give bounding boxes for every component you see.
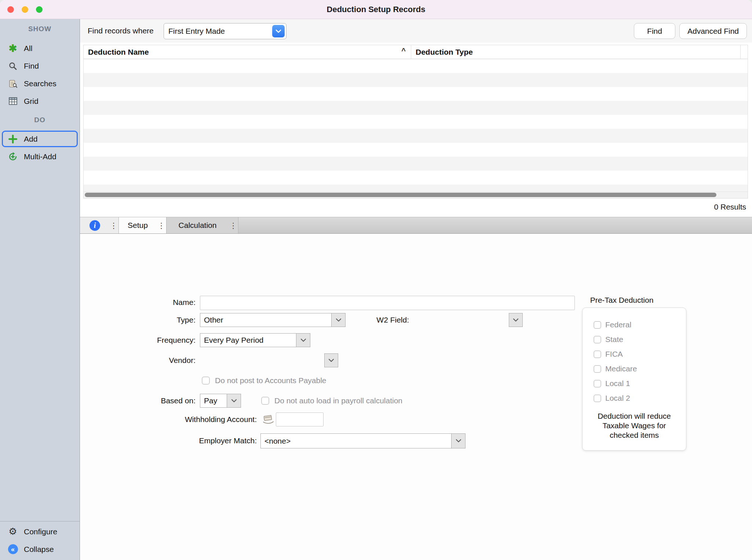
chevron-down-icon: [227, 394, 241, 407]
horizontal-scrollbar-thumb[interactable]: [85, 193, 716, 197]
frequency-dropdown[interactable]: Every Pay Period: [200, 333, 310, 347]
federal-checkbox[interactable]: [594, 321, 601, 329]
app-window: Deduction Setup Records SHOW ✱ All Find …: [0, 0, 752, 560]
pretax-option-label: Local 1: [605, 379, 630, 388]
results-count: 0 Results: [714, 203, 746, 211]
sidebar-item-configure[interactable]: ⚙ Configure: [2, 523, 78, 540]
type-dropdown-value: Other: [200, 313, 331, 327]
column-header-deduction-name[interactable]: Deduction Name ^: [84, 45, 411, 59]
tab-calculation[interactable]: Calculation ⋮: [167, 217, 238, 233]
minimize-window-button[interactable]: [22, 6, 28, 13]
find-field-dropdown[interactable]: First Entry Made: [164, 23, 286, 39]
pretax-option-medicare: Medicare: [583, 361, 686, 376]
pretax-note: Deduction will reduce Taxable Wages for …: [583, 411, 686, 440]
frequency-label: Frequency:: [104, 335, 196, 345]
sidebar-footer: ⚙ Configure « Collapse: [0, 521, 80, 559]
tab-label: Calculation: [167, 221, 229, 230]
sidebar-item-add[interactable]: Add: [2, 131, 78, 147]
sidebar-item-all[interactable]: ✱ All: [2, 40, 78, 57]
sidebar-item-label: Configure: [24, 527, 57, 536]
sidebar: SHOW ✱ All Find Searches Grid DO: [0, 19, 80, 560]
vendor-dropdown[interactable]: [324, 353, 338, 367]
local-2-checkbox[interactable]: [594, 394, 601, 402]
sidebar-item-label: Add: [24, 135, 37, 143]
zoom-window-button[interactable]: [36, 6, 43, 13]
sidebar-do-header: DO: [0, 110, 80, 130]
name-input[interactable]: [200, 296, 575, 310]
sidebar-item-label: Collapse: [24, 545, 54, 554]
pretax-option-label: Local 2: [605, 394, 630, 403]
employer-match-dropdown-value: <none>: [261, 434, 451, 448]
sidebar-item-find[interactable]: Find: [2, 58, 78, 74]
pretax-option-state: State: [583, 332, 686, 347]
based-on-label: Based on:: [104, 396, 196, 406]
medicare-checkbox[interactable]: [594, 365, 601, 373]
tab-setup[interactable]: Setup ⋮: [119, 217, 167, 233]
table-row: [84, 73, 748, 87]
advanced-find-button[interactable]: Advanced Find: [679, 23, 747, 39]
table-row: [84, 101, 748, 115]
sidebar-item-grid[interactable]: Grid: [2, 93, 78, 109]
pretax-option-local-1: Local 1: [583, 376, 686, 391]
pretax-deduction-title: Pre-Tax Deduction: [572, 296, 671, 305]
pretax-note-line: checked items: [583, 430, 686, 440]
employer-match-dropdown[interactable]: <none>: [260, 433, 466, 448]
pretax-option-label: State: [605, 335, 623, 344]
info-tab[interactable]: i ⋮: [80, 217, 119, 233]
sidebar-item-label: Searches: [24, 79, 56, 88]
pretax-option-label: FICA: [605, 350, 623, 359]
find-field-dropdown-value: First Entry Made: [164, 27, 272, 36]
circular-add-icon: [7, 151, 18, 162]
employer-match-label: Employer Match:: [147, 436, 257, 446]
table-row: [84, 143, 748, 157]
drag-handle-icon[interactable]: ⋮: [109, 222, 118, 229]
table-row: [84, 87, 748, 101]
w2-field-dropdown[interactable]: [509, 313, 523, 327]
account-lookup-icon[interactable]: [262, 414, 274, 426]
type-dropdown[interactable]: Other: [200, 313, 346, 327]
find-button[interactable]: Find: [634, 23, 675, 39]
pretax-note-line: Taxable Wages for: [583, 421, 686, 430]
find-records-where-label: Find records where: [88, 19, 154, 43]
plus-icon: [7, 134, 18, 145]
table-row: [84, 115, 748, 129]
pretax-option-label: Medicare: [605, 364, 637, 373]
table-row: [84, 129, 748, 143]
pretax-option-federal: Federal: [583, 317, 686, 332]
column-header-spacer: [740, 45, 748, 59]
sidebar-item-label: All: [24, 44, 32, 53]
drag-handle-icon[interactable]: ⋮: [229, 222, 238, 229]
column-header-label: Deduction Name: [88, 48, 149, 57]
table-row: [84, 185, 748, 192]
pretax-deduction-panel: Federal State FICA Medicare Local 1 Loca…: [582, 308, 686, 451]
title-bar: Deduction Setup Records: [0, 0, 752, 19]
chevron-down-icon: [296, 334, 310, 347]
fica-checkbox[interactable]: [594, 350, 601, 358]
sidebar-item-multi-add[interactable]: Multi-Add: [2, 148, 78, 165]
table-row: [84, 171, 748, 185]
sidebar-item-label: Find: [24, 62, 39, 70]
sidebar-item-label: Grid: [24, 97, 39, 106]
state-checkbox[interactable]: [594, 336, 601, 343]
do-not-auto-load-checkbox[interactable]: [261, 397, 269, 405]
sort-ascending-icon: ^: [401, 47, 406, 55]
close-window-button[interactable]: [7, 6, 14, 13]
based-on-dropdown-value: Pay: [200, 394, 227, 407]
column-header-deduction-type[interactable]: Deduction Type: [411, 45, 740, 59]
w2-field-label: W2 Field:: [336, 315, 409, 325]
type-label: Type:: [104, 315, 196, 325]
drag-handle-icon[interactable]: ⋮: [157, 222, 166, 229]
sidebar-show-header: SHOW: [0, 19, 80, 39]
withholding-account-label: Withholding Account:: [139, 415, 257, 424]
based-on-dropdown[interactable]: Pay: [200, 394, 241, 408]
sidebar-item-searches[interactable]: Searches: [2, 75, 78, 92]
do-not-post-ap-checkbox[interactable]: [202, 377, 210, 385]
sidebar-item-collapse[interactable]: « Collapse: [2, 541, 78, 557]
asterisk-icon: ✱: [7, 43, 18, 54]
withholding-account-input[interactable]: [276, 412, 324, 426]
pretax-note-line: Deduction will reduce: [583, 411, 686, 421]
table-header-row: Deduction Name ^ Deduction Type: [84, 45, 748, 59]
pretax-option-local-2: Local 2: [583, 391, 686, 406]
do-not-auto-load-label: Do not auto load in payroll calculation: [274, 396, 402, 406]
local-1-checkbox[interactable]: [594, 380, 601, 388]
